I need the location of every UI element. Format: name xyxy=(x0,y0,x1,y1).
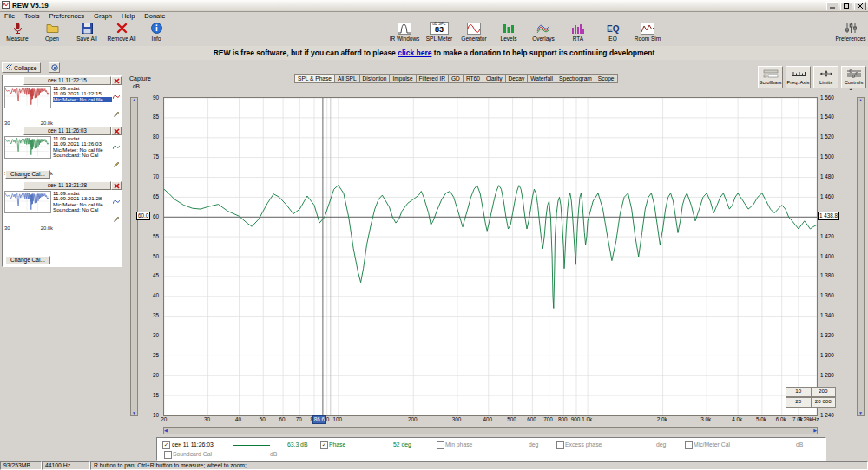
scroll-down-icon[interactable]: ▼ xyxy=(858,411,863,415)
toolbar-open[interactable]: Open xyxy=(36,21,68,42)
toolbar-rta[interactable]: RTA xyxy=(562,21,594,42)
generator-label: Generator xyxy=(461,36,486,42)
menu-graph[interactable]: Graph xyxy=(94,12,112,20)
freq-axis-button[interactable]: Freq. Axis xyxy=(786,66,811,88)
remove-measurement-button[interactable] xyxy=(111,76,122,85)
scroll-up-icon[interactable]: ▲ xyxy=(858,98,863,102)
y-left-tick: 30 xyxy=(153,332,159,338)
spl-meter-label: SPL Meter xyxy=(426,36,452,42)
min-phase-checkbox[interactable] xyxy=(437,441,444,449)
change-cal-button[interactable]: Change Cal... xyxy=(5,256,50,264)
edit-icon[interactable] xyxy=(114,105,120,121)
limits-button[interactable]: Limits xyxy=(813,66,838,88)
tab-impulse[interactable]: Impulse xyxy=(389,74,416,83)
remove-measurement-button[interactable] xyxy=(111,127,122,135)
tab-decay[interactable]: Decay xyxy=(505,74,529,83)
minimize-button[interactable] xyxy=(826,2,838,10)
tab-filtered-ir[interactable]: Filtered IR xyxy=(416,74,449,83)
scrollbars-button[interactable]: Scrollbars xyxy=(758,66,783,88)
menu-donate[interactable]: Donate xyxy=(144,12,165,20)
measurement-thumbnail[interactable] xyxy=(4,136,51,159)
menu-tools[interactable]: Tools xyxy=(24,12,40,20)
maximize-button[interactable] xyxy=(840,2,852,10)
excess-phase-checkbox[interactable] xyxy=(556,441,564,449)
scroll-left-icon[interactable]: ◀ xyxy=(164,428,168,433)
toolbar-overlays[interactable]: Overlays xyxy=(528,21,559,42)
tab-all-spl[interactable]: All SPL xyxy=(334,74,360,83)
trace-icon[interactable] xyxy=(113,138,120,153)
tab-clarity[interactable]: Clarity xyxy=(483,74,506,83)
toolbar-measure[interactable]: Measure xyxy=(2,21,33,42)
right-scrollbar[interactable]: ▲▼ xyxy=(857,97,865,416)
tab-waterfall[interactable]: Waterfall xyxy=(527,74,556,83)
spl-meter-icon: dB SPL83 xyxy=(430,21,448,35)
menu-file[interactable]: File xyxy=(4,12,15,20)
zoom-preset-10-200[interactable]: 10200 xyxy=(786,387,836,397)
y-right-tick: 1 340 xyxy=(820,312,834,318)
x-tick: 70 xyxy=(296,416,302,422)
x-tick: 30 xyxy=(204,416,210,422)
measurement-thumbnail[interactable] xyxy=(4,86,51,108)
x-tick: 3.0k xyxy=(700,416,711,422)
close-button[interactable] xyxy=(854,2,866,10)
scroll-right-icon[interactable]: ▶ xyxy=(813,428,817,433)
toolbar-spl-meter[interactable]: dB SPL83SPL Meter xyxy=(424,21,455,42)
toolbar-eq[interactable]: EQEQ xyxy=(597,21,628,42)
measurement-checkbox[interactable] xyxy=(162,441,170,449)
toolbar-levels[interactable]: Levels xyxy=(493,21,524,42)
sidebar-pin-button[interactable] xyxy=(49,62,60,73)
trace-icon[interactable] xyxy=(113,193,120,208)
remove-all-icon xyxy=(115,21,128,35)
min-phase-unit: deg xyxy=(529,441,538,447)
micmeter-cal-checkbox[interactable] xyxy=(685,441,693,449)
plot-area[interactable] xyxy=(163,97,818,416)
tab-spl-phase[interactable]: SPL & Phase xyxy=(294,74,335,83)
y-left-tick: 80 xyxy=(153,134,159,140)
toolbar-info[interactable]: Info xyxy=(141,21,172,42)
tab-spectrogram[interactable]: Spectrogram xyxy=(556,74,595,83)
remove-measurement-button[interactable] xyxy=(111,181,122,190)
edit-icon[interactable] xyxy=(114,155,120,171)
y-left-tick: 75 xyxy=(153,153,159,160)
measurement-thumbnail[interactable] xyxy=(4,191,51,213)
tab-gd[interactable]: GD xyxy=(448,74,464,83)
zoom-preset-20-20000[interactable]: 2020 000 xyxy=(786,397,836,408)
toolbar-generator[interactable]: Generator xyxy=(458,21,490,42)
tab-scope[interactable]: Scope xyxy=(595,74,618,83)
left-scrollbar[interactable]: ▲▼ xyxy=(130,97,138,416)
memory-usage: 93/253MB xyxy=(0,461,42,470)
measurement-details: 11.09.mdat11.09.2021 11:22:15Mic/Meter: … xyxy=(51,86,112,121)
measurement-panel-1: сен 11 11:22:1511.09.mdat11.09.2021 11:2… xyxy=(2,75,122,181)
measurement-item-icons xyxy=(112,86,121,121)
measurement-content: 11.09.mdat11.09.2021 11:26:03Mic/Meter: … xyxy=(3,135,122,171)
toolbar-preferences[interactable]: Preferences xyxy=(835,21,866,42)
phase-checkbox[interactable] xyxy=(320,441,328,449)
toolbar-save-all[interactable]: Save All xyxy=(71,21,102,42)
donation-link[interactable]: click here xyxy=(398,49,431,57)
trace-icon[interactable] xyxy=(113,88,120,103)
menu-preferences[interactable]: Preferences xyxy=(49,12,84,20)
change-cal-button[interactable]: Change Cal... xyxy=(5,170,50,179)
tab-distortion[interactable]: Distortion xyxy=(359,74,391,83)
thumb-x-max: 20.0k xyxy=(41,225,53,231)
scroll-down-icon[interactable]: ▼ xyxy=(132,411,136,415)
soundcard-cal-checkbox[interactable] xyxy=(164,451,172,459)
legend-panel: сен 11 11:26:03 63.3 dB Phase 52 deg Min… xyxy=(156,437,826,461)
x-tick: 600 xyxy=(527,416,536,422)
toolbar-remove-all[interactable]: Remove All xyxy=(106,21,137,42)
measurement-title-button[interactable]: сен 11 11:22:15 xyxy=(23,76,111,85)
toolbar-ir-windows[interactable]: IR Windows xyxy=(389,21,420,42)
toolbar-left-group: MeasureOpenSave AllRemove AllInfo xyxy=(2,21,172,42)
toolbar-room-sim[interactable]: Room Sim xyxy=(632,21,663,42)
collapse-button[interactable]: Collapse xyxy=(2,62,41,73)
menu-help[interactable]: Help xyxy=(122,12,135,20)
min-phase-label: Min phase xyxy=(445,441,472,447)
edit-icon[interactable] xyxy=(114,210,120,225)
controls-button[interactable]: Controls xyxy=(841,66,866,88)
scroll-up-icon[interactable]: ▲ xyxy=(132,98,136,102)
tab-rt60[interactable]: RT60 xyxy=(463,74,483,83)
measurement-title-button[interactable]: сен 11 11:26:03 xyxy=(23,127,111,135)
measurement-title-button[interactable]: сен 11 13:21:28 xyxy=(23,181,111,190)
info-icon xyxy=(150,21,163,35)
bottom-scrollbar[interactable]: ◀▶ xyxy=(163,427,818,434)
